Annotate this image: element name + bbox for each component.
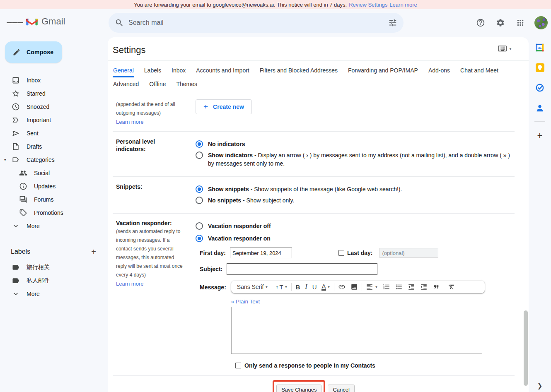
tab-general[interactable]: General — [113, 65, 134, 77]
label-item-travel[interactable]: 旅行相关 — [0, 261, 106, 274]
insert-image-icon[interactable] — [348, 281, 360, 293]
sidebar-item-forums[interactable]: Forums — [0, 193, 106, 206]
remove-formatting-icon[interactable] — [445, 281, 458, 293]
keyboard-icon — [498, 46, 507, 52]
plain-text-toggle-link[interactable]: « Plain Text — [231, 298, 260, 305]
gmail-logo[interactable]: Gmail — [26, 16, 65, 27]
sidebar-item-label: Starred — [27, 90, 46, 97]
vacation-message-textarea[interactable] — [231, 307, 482, 354]
sidebar-item-more[interactable]: More — [0, 219, 106, 233]
sidebar-item-starred[interactable]: Starred — [0, 87, 106, 100]
sidebar-item-label: More — [27, 223, 40, 229]
categories-label-icon — [12, 156, 20, 164]
create-new-signature-button[interactable]: + Create new — [196, 99, 252, 114]
sidebar-item-updates[interactable]: Updates — [0, 180, 106, 193]
tab-forwarding-and-pop-imap[interactable]: Forwarding and POP/IMAP — [348, 65, 418, 77]
vacation-on-label: Vacation responder on — [208, 235, 271, 242]
bold-button[interactable]: B — [293, 281, 302, 293]
tab-add-ons[interactable]: Add-ons — [428, 65, 450, 77]
show-side-panel-icon[interactable]: ❯ — [537, 382, 543, 390]
sidebar-item-inbox[interactable]: Inbox — [0, 74, 106, 87]
no-indicators-radio[interactable] — [196, 140, 203, 148]
review-settings-link[interactable]: Review Settings — [349, 2, 387, 8]
google-apps-icon[interactable] — [512, 14, 529, 31]
sidebar-item-sent[interactable]: Sent — [0, 127, 106, 140]
last-day-checkbox[interactable] — [338, 250, 344, 256]
align-button[interactable]: ▼ — [363, 281, 380, 293]
tasks-icon[interactable] — [535, 83, 544, 92]
sidebar-nav: Inbox Starred Snoozed Important Sent Dra… — [0, 74, 106, 233]
no-snippets-option: No snippets - Show subject only. — [196, 196, 515, 204]
subject-input[interactable] — [227, 263, 377, 275]
numbered-list-icon[interactable] — [380, 281, 393, 293]
plus-icon: + — [203, 102, 208, 111]
label-item-personal[interactable]: 私人邮件 — [0, 274, 106, 287]
search-icon[interactable] — [111, 14, 128, 31]
cancel-button[interactable]: Cancel — [328, 385, 354, 392]
banner-learn-more-link[interactable]: Learn more — [389, 2, 417, 8]
font-size-button[interactable]: тT ▼ — [273, 281, 290, 293]
no-snippets-radio[interactable] — [196, 197, 203, 204]
contacts-only-checkbox[interactable] — [235, 363, 241, 368]
show-snippets-radio[interactable] — [196, 185, 203, 193]
compose-button[interactable]: Compose — [5, 41, 62, 63]
signature-row: (appended at the end of all outgoing mes… — [113, 93, 515, 132]
text-color-button[interactable]: A ▼ — [319, 281, 333, 293]
tab-accounts-and-import[interactable]: Accounts and Import — [196, 65, 249, 77]
vacation-learn-more-link[interactable]: Learn more — [116, 281, 143, 287]
scrollbar-thumb[interactable] — [524, 310, 528, 386]
sidebar-item-social[interactable]: Social — [0, 166, 106, 180]
indent-less-icon[interactable] — [405, 281, 418, 293]
vacation-on-radio[interactable] — [196, 235, 203, 242]
tab-inbox[interactable]: Inbox — [171, 65, 186, 77]
settings-gear-icon[interactable] — [492, 14, 509, 31]
tab-themes[interactable]: Themes — [176, 78, 198, 91]
font-family-select[interactable]: Sans Serif ▼ — [234, 281, 271, 293]
tab-chat-and-meet[interactable]: Chat and Meet — [460, 65, 499, 77]
contacts-icon[interactable] — [535, 103, 544, 113]
labels-list: 旅行相关 私人邮件 More — [0, 261, 106, 301]
chat-icon — [19, 195, 27, 204]
tab-labels[interactable]: Labels — [144, 65, 162, 77]
labels-more[interactable]: More — [0, 287, 106, 301]
sidebar-item-promotions[interactable]: Promotions — [0, 206, 106, 219]
get-addons-icon[interactable]: + — [537, 130, 543, 141]
categories-collapse-caret[interactable]: ▾ — [4, 158, 6, 162]
signature-learn-more-link[interactable]: Learn more — [116, 119, 143, 125]
calendar-icon[interactable]: 31 — [535, 43, 544, 52]
show-indicators-description: - Display an arrow ( › ) by messages sen… — [208, 152, 510, 167]
snippets-row: Snippets: Show snippets - Show snippets … — [113, 177, 515, 214]
form-actions: Save Changes Cancel — [113, 376, 515, 392]
quote-icon[interactable] — [430, 281, 442, 293]
tab-filters-and-blocked-addresses[interactable]: Filters and Blocked Addresses — [259, 65, 338, 77]
italic-button[interactable]: I — [302, 281, 309, 293]
input-tools-toggle[interactable]: ▼ — [498, 46, 512, 52]
keep-icon[interactable] — [536, 63, 544, 72]
underline-button[interactable]: U — [310, 281, 319, 293]
sidebar-item-drafts[interactable]: Drafts — [0, 140, 106, 153]
vacation-off-radio[interactable] — [196, 222, 203, 230]
sidebar-item-categories[interactable]: ▾ Categories — [0, 153, 106, 166]
info-icon — [19, 182, 27, 190]
sidebar-item-important[interactable]: Important — [0, 113, 106, 127]
main-menu-icon[interactable] — [7, 14, 23, 31]
sidebar-item-label: Sent — [27, 130, 39, 137]
save-changes-button[interactable]: Save Changes — [276, 385, 321, 392]
tab-advanced[interactable]: Advanced — [113, 78, 139, 91]
chevron-down-icon — [12, 222, 20, 230]
bulleted-list-icon[interactable] — [393, 281, 405, 293]
create-label-icon[interactable]: + — [91, 248, 96, 256]
indent-more-icon[interactable] — [418, 281, 430, 293]
show-indicators-radio[interactable] — [196, 152, 203, 159]
last-day-input[interactable] — [379, 248, 438, 258]
insert-link-icon[interactable] — [336, 281, 348, 293]
search-input[interactable] — [128, 19, 384, 27]
sidebar-item-snoozed[interactable]: Snoozed — [0, 100, 106, 113]
tab-offline[interactable]: Offline — [149, 78, 166, 91]
sidebar-item-label: Social — [34, 170, 50, 176]
account-avatar[interactable] — [534, 16, 548, 29]
label-icon — [12, 263, 20, 272]
first-day-input[interactable] — [230, 248, 292, 258]
search-options-icon[interactable] — [384, 14, 401, 31]
help-icon[interactable] — [472, 14, 489, 31]
